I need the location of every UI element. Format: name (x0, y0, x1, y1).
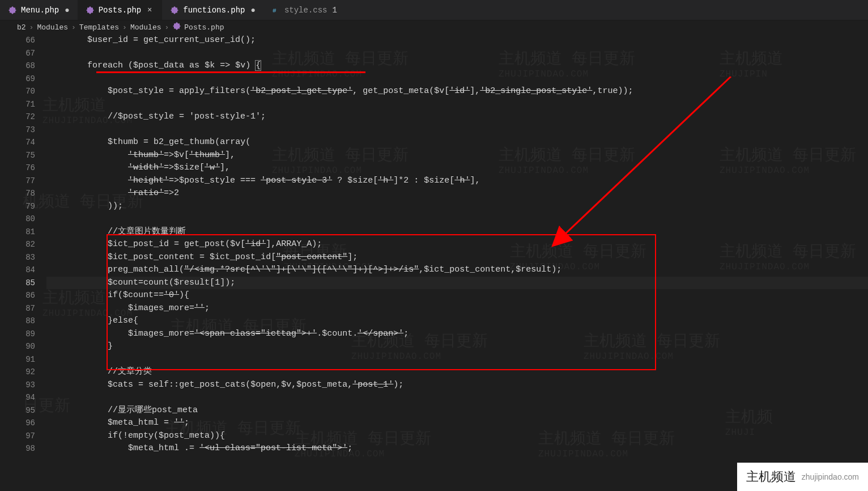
badge-main: 主机频道 (746, 468, 796, 485)
code-line[interactable]: foreach ($post_data as $k => $v) { (46, 60, 868, 73)
line-number: 89 (0, 328, 35, 341)
breadcrumbs: b2›Modules›Templates›Modules›Posts.php (0, 20, 868, 34)
line-number: 79 (0, 200, 35, 213)
line-number: 86 (0, 289, 35, 302)
code-line[interactable] (46, 98, 868, 111)
line-gutter: 6667686970717273747576777879808182838485… (0, 34, 46, 491)
line-number: 76 (0, 162, 35, 175)
line-number: 78 (0, 187, 35, 200)
tab-label: style.css (284, 6, 327, 15)
code-line[interactable]: $cats = self::get_post_cats($open,$v,$po… (46, 379, 868, 392)
css-icon: # (271, 6, 280, 15)
code-line[interactable]: $ict_post_id = get_post($v['id'],ARRAY_A… (46, 238, 868, 251)
code-line[interactable]: if($count=='0'){ (46, 289, 868, 302)
tab-label: functions.php (183, 6, 245, 15)
code-line[interactable]: 'ratio'=>2 (46, 187, 868, 200)
breadcrumb-separator: › (164, 23, 169, 32)
tab-label: Posts.php (99, 6, 142, 15)
code-line[interactable]: //文章分类 (46, 366, 868, 379)
line-number: 71 (0, 98, 35, 111)
code-line[interactable]: $post_style = apply_filters('b2_post_l_g… (46, 85, 868, 98)
code-line[interactable]: //显示哪些post_meta (46, 404, 868, 417)
line-number: 72 (0, 111, 35, 124)
line-number: 88 (0, 315, 35, 328)
tab-style-css[interactable]: #style.css1 (263, 0, 345, 20)
line-number: 80 (0, 213, 35, 226)
tab-posts-php[interactable]: Posts.php× (78, 0, 163, 20)
code-line[interactable]: $user_id = get_current_user_id(); (46, 34, 868, 47)
line-number: 92 (0, 366, 35, 379)
code-area[interactable]: $user_id = get_current_user_id(); foreac… (46, 34, 868, 491)
code-line[interactable]: $count=count($result[1]); (46, 277, 868, 290)
code-line[interactable]: }else{ (46, 315, 868, 328)
code-line[interactable] (46, 353, 868, 366)
line-number: 69 (0, 73, 35, 86)
code-line[interactable]: 'thumb'=>$v['thumb'], (46, 149, 868, 162)
code-line[interactable]: preg_match_all("/<img.*?src[^\'\"]+[\'\"… (46, 264, 868, 277)
code-line[interactable]: //文章图片数量判断 (46, 226, 868, 239)
code-line[interactable]: $images_more='<span class="icttag">+'.$c… (46, 328, 868, 341)
close-icon[interactable]: × (145, 6, 154, 15)
code-line[interactable]: //$post_style = 'post-style-1'; (46, 111, 868, 124)
php-icon (170, 6, 179, 15)
breadcrumb-separator: › (71, 23, 76, 32)
line-number: 94 (0, 391, 35, 404)
code-line[interactable]: $images_more=''; (46, 302, 868, 315)
editor-tabs: Menu.php●Posts.php×functions.php●#style.… (0, 0, 868, 20)
code-line[interactable] (46, 213, 868, 226)
line-number: 73 (0, 124, 35, 137)
line-number: 81 (0, 226, 35, 239)
editor: 6667686970717273747576777879808182838485… (0, 34, 868, 491)
breadcrumb-item[interactable]: Modules (37, 23, 68, 32)
code-line[interactable] (46, 124, 868, 137)
code-line[interactable]: } (46, 340, 868, 353)
code-line[interactable]: 'width'=>$size['w'], (46, 162, 868, 175)
breadcrumb-item[interactable]: Templates (79, 23, 119, 32)
php-icon (8, 6, 17, 15)
line-number: 84 (0, 264, 35, 277)
line-number: 93 (0, 379, 35, 392)
line-number: 97 (0, 430, 35, 443)
line-number: 66 (0, 34, 35, 47)
line-number: 67 (0, 47, 35, 60)
code-line[interactable]: $meta_html = ''; (46, 417, 868, 430)
line-number: 90 (0, 340, 35, 353)
code-line[interactable]: )); (46, 200, 868, 213)
line-number: 96 (0, 417, 35, 430)
line-number: 68 (0, 60, 35, 73)
code-line[interactable] (46, 391, 868, 404)
code-line[interactable] (46, 47, 868, 60)
breadcrumb-item[interactable]: b2 (17, 23, 26, 32)
breadcrumb-separator: › (29, 23, 34, 32)
breadcrumb-item[interactable]: Posts.php (172, 22, 224, 33)
code-line[interactable]: 'height'=>$post_style === 'post-style-3'… (46, 175, 868, 188)
site-badge: 主机频道 zhujipindao.com (737, 463, 868, 491)
line-number: 91 (0, 353, 35, 366)
svg-text:#: # (273, 7, 276, 14)
php-icon (172, 22, 181, 33)
php-icon (86, 6, 95, 15)
code-line[interactable]: $ict_post_content = $ict_post_id["post_c… (46, 251, 868, 264)
tab-modified-count: 1 (333, 6, 337, 15)
dirty-icon: ● (250, 6, 255, 15)
breadcrumb-separator: › (122, 23, 127, 32)
line-number: 85 (0, 277, 35, 290)
code-line[interactable]: if(!empty($post_meta)){ (46, 430, 868, 443)
line-number: 95 (0, 404, 35, 417)
line-number: 87 (0, 302, 35, 315)
badge-sub: zhujipindao.com (802, 472, 859, 481)
breadcrumb-item[interactable]: Modules (130, 23, 161, 32)
line-number: 75 (0, 149, 35, 162)
tab-functions-php[interactable]: functions.php● (162, 0, 263, 20)
code-line[interactable]: $thumb = b2_get_thumb(array( (46, 136, 868, 149)
line-number: 77 (0, 175, 35, 188)
dirty-icon: ● (65, 6, 69, 15)
code-line[interactable]: $meta_html .= '<ul class="post-list-meta… (46, 442, 868, 455)
line-number: 82 (0, 238, 35, 251)
tab-menu-php[interactable]: Menu.php● (0, 0, 78, 20)
line-number: 70 (0, 85, 35, 98)
code-line[interactable] (46, 73, 868, 86)
line-number: 98 (0, 442, 35, 455)
tab-label: Menu.php (21, 6, 59, 15)
line-number: 83 (0, 251, 35, 264)
